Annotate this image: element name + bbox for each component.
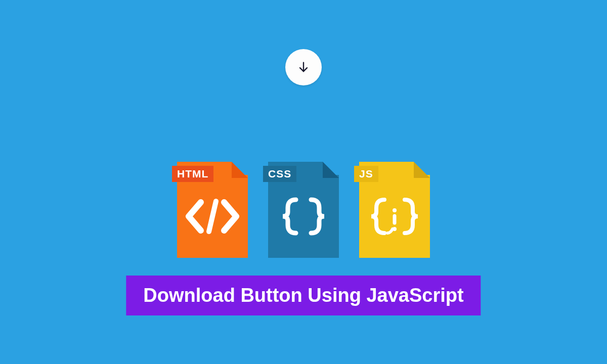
- arrow-down-icon: [296, 60, 311, 74]
- js-braces-symbol: [364, 194, 425, 239]
- svg-line-1: [209, 201, 216, 232]
- css-file-icon: CSS: [266, 162, 341, 258]
- css-label: CSS: [263, 166, 296, 182]
- js-label: JS: [354, 166, 378, 182]
- html-file-icon: HTML: [175, 162, 250, 258]
- html-code-symbol: [185, 196, 240, 237]
- file-icons-row: HTML CSS JS: [175, 162, 432, 258]
- svg-point-2: [393, 208, 397, 212]
- html-label: HTML: [172, 166, 213, 182]
- page-title: Download Button Using JavaScript: [126, 276, 481, 315]
- download-button[interactable]: [285, 49, 322, 85]
- js-file-icon: JS: [357, 162, 432, 258]
- css-braces-symbol: [276, 194, 331, 239]
